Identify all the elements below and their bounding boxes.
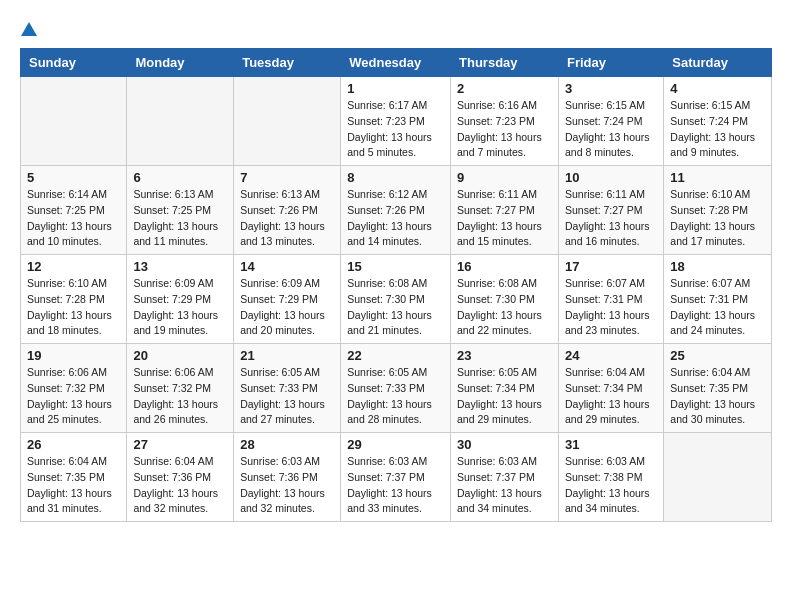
day-number: 26 [27,437,120,452]
day-info: Sunrise: 6:03 AMSunset: 7:36 PMDaylight:… [240,454,334,517]
day-number: 8 [347,170,444,185]
day-info: Sunrise: 6:08 AMSunset: 7:30 PMDaylight:… [457,276,552,339]
weekday-header-sunday: Sunday [21,49,127,77]
calendar-cell: 14Sunrise: 6:09 AMSunset: 7:29 PMDayligh… [234,255,341,344]
day-info: Sunrise: 6:04 AMSunset: 7:35 PMDaylight:… [27,454,120,517]
day-info: Sunrise: 6:04 AMSunset: 7:35 PMDaylight:… [670,365,765,428]
day-info: Sunrise: 6:05 AMSunset: 7:33 PMDaylight:… [240,365,334,428]
day-number: 13 [133,259,227,274]
day-info: Sunrise: 6:13 AMSunset: 7:26 PMDaylight:… [240,187,334,250]
calendar-cell: 22Sunrise: 6:05 AMSunset: 7:33 PMDayligh… [341,344,451,433]
calendar-cell: 2Sunrise: 6:16 AMSunset: 7:23 PMDaylight… [451,77,559,166]
logo [20,20,40,38]
calendar-cell: 19Sunrise: 6:06 AMSunset: 7:32 PMDayligh… [21,344,127,433]
weekday-header-friday: Friday [558,49,663,77]
day-info: Sunrise: 6:06 AMSunset: 7:32 PMDaylight:… [133,365,227,428]
day-number: 30 [457,437,552,452]
day-number: 24 [565,348,657,363]
day-number: 11 [670,170,765,185]
day-info: Sunrise: 6:04 AMSunset: 7:34 PMDaylight:… [565,365,657,428]
calendar-cell: 25Sunrise: 6:04 AMSunset: 7:35 PMDayligh… [664,344,772,433]
calendar-cell: 10Sunrise: 6:11 AMSunset: 7:27 PMDayligh… [558,166,663,255]
day-info: Sunrise: 6:05 AMSunset: 7:33 PMDaylight:… [347,365,444,428]
day-info: Sunrise: 6:08 AMSunset: 7:30 PMDaylight:… [347,276,444,339]
calendar-cell [21,77,127,166]
day-number: 12 [27,259,120,274]
day-number: 21 [240,348,334,363]
calendar-cell: 28Sunrise: 6:03 AMSunset: 7:36 PMDayligh… [234,433,341,522]
day-info: Sunrise: 6:16 AMSunset: 7:23 PMDaylight:… [457,98,552,161]
weekday-header-wednesday: Wednesday [341,49,451,77]
calendar-cell: 9Sunrise: 6:11 AMSunset: 7:27 PMDaylight… [451,166,559,255]
day-info: Sunrise: 6:07 AMSunset: 7:31 PMDaylight:… [670,276,765,339]
calendar-cell: 20Sunrise: 6:06 AMSunset: 7:32 PMDayligh… [127,344,234,433]
calendar-week-row: 1Sunrise: 6:17 AMSunset: 7:23 PMDaylight… [21,77,772,166]
day-info: Sunrise: 6:09 AMSunset: 7:29 PMDaylight:… [240,276,334,339]
day-info: Sunrise: 6:17 AMSunset: 7:23 PMDaylight:… [347,98,444,161]
day-number: 20 [133,348,227,363]
day-info: Sunrise: 6:06 AMSunset: 7:32 PMDaylight:… [27,365,120,428]
day-number: 5 [27,170,120,185]
calendar-cell: 24Sunrise: 6:04 AMSunset: 7:34 PMDayligh… [558,344,663,433]
day-number: 27 [133,437,227,452]
calendar-cell [664,433,772,522]
day-info: Sunrise: 6:14 AMSunset: 7:25 PMDaylight:… [27,187,120,250]
day-info: Sunrise: 6:03 AMSunset: 7:38 PMDaylight:… [565,454,657,517]
page-header [20,20,772,38]
weekday-header-row: SundayMondayTuesdayWednesdayThursdayFrid… [21,49,772,77]
calendar-cell: 29Sunrise: 6:03 AMSunset: 7:37 PMDayligh… [341,433,451,522]
weekday-header-tuesday: Tuesday [234,49,341,77]
day-number: 19 [27,348,120,363]
calendar-cell: 17Sunrise: 6:07 AMSunset: 7:31 PMDayligh… [558,255,663,344]
day-info: Sunrise: 6:15 AMSunset: 7:24 PMDaylight:… [670,98,765,161]
day-number: 29 [347,437,444,452]
calendar-cell: 31Sunrise: 6:03 AMSunset: 7:38 PMDayligh… [558,433,663,522]
day-info: Sunrise: 6:11 AMSunset: 7:27 PMDaylight:… [565,187,657,250]
calendar-cell: 4Sunrise: 6:15 AMSunset: 7:24 PMDaylight… [664,77,772,166]
calendar-cell: 12Sunrise: 6:10 AMSunset: 7:28 PMDayligh… [21,255,127,344]
day-number: 28 [240,437,334,452]
day-number: 31 [565,437,657,452]
day-info: Sunrise: 6:04 AMSunset: 7:36 PMDaylight:… [133,454,227,517]
day-number: 2 [457,81,552,96]
calendar-week-row: 12Sunrise: 6:10 AMSunset: 7:28 PMDayligh… [21,255,772,344]
calendar-cell: 21Sunrise: 6:05 AMSunset: 7:33 PMDayligh… [234,344,341,433]
calendar-cell: 30Sunrise: 6:03 AMSunset: 7:37 PMDayligh… [451,433,559,522]
day-number: 17 [565,259,657,274]
weekday-header-thursday: Thursday [451,49,559,77]
day-info: Sunrise: 6:10 AMSunset: 7:28 PMDaylight:… [670,187,765,250]
calendar-cell: 23Sunrise: 6:05 AMSunset: 7:34 PMDayligh… [451,344,559,433]
calendar-cell: 13Sunrise: 6:09 AMSunset: 7:29 PMDayligh… [127,255,234,344]
day-info: Sunrise: 6:10 AMSunset: 7:28 PMDaylight:… [27,276,120,339]
day-number: 15 [347,259,444,274]
day-info: Sunrise: 6:12 AMSunset: 7:26 PMDaylight:… [347,187,444,250]
calendar-cell: 15Sunrise: 6:08 AMSunset: 7:30 PMDayligh… [341,255,451,344]
weekday-header-monday: Monday [127,49,234,77]
day-number: 22 [347,348,444,363]
day-number: 25 [670,348,765,363]
day-number: 3 [565,81,657,96]
calendar-cell: 6Sunrise: 6:13 AMSunset: 7:25 PMDaylight… [127,166,234,255]
weekday-header-saturday: Saturday [664,49,772,77]
calendar-cell: 3Sunrise: 6:15 AMSunset: 7:24 PMDaylight… [558,77,663,166]
day-info: Sunrise: 6:09 AMSunset: 7:29 PMDaylight:… [133,276,227,339]
calendar-week-row: 5Sunrise: 6:14 AMSunset: 7:25 PMDaylight… [21,166,772,255]
calendar-cell: 1Sunrise: 6:17 AMSunset: 7:23 PMDaylight… [341,77,451,166]
day-info: Sunrise: 6:13 AMSunset: 7:25 PMDaylight:… [133,187,227,250]
calendar-week-row: 19Sunrise: 6:06 AMSunset: 7:32 PMDayligh… [21,344,772,433]
day-info: Sunrise: 6:03 AMSunset: 7:37 PMDaylight:… [347,454,444,517]
calendar-cell: 16Sunrise: 6:08 AMSunset: 7:30 PMDayligh… [451,255,559,344]
calendar-table: SundayMondayTuesdayWednesdayThursdayFrid… [20,48,772,522]
calendar-cell: 7Sunrise: 6:13 AMSunset: 7:26 PMDaylight… [234,166,341,255]
day-number: 16 [457,259,552,274]
calendar-cell: 11Sunrise: 6:10 AMSunset: 7:28 PMDayligh… [664,166,772,255]
day-number: 14 [240,259,334,274]
day-info: Sunrise: 6:07 AMSunset: 7:31 PMDaylight:… [565,276,657,339]
day-info: Sunrise: 6:03 AMSunset: 7:37 PMDaylight:… [457,454,552,517]
logo-icon [21,20,39,38]
day-number: 4 [670,81,765,96]
calendar-week-row: 26Sunrise: 6:04 AMSunset: 7:35 PMDayligh… [21,433,772,522]
day-info: Sunrise: 6:11 AMSunset: 7:27 PMDaylight:… [457,187,552,250]
calendar-cell: 27Sunrise: 6:04 AMSunset: 7:36 PMDayligh… [127,433,234,522]
svg-marker-0 [21,22,37,36]
